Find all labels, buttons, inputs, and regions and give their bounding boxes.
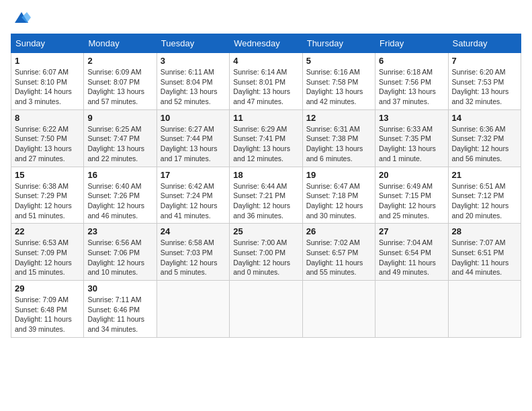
day-info: Sunrise: 7:09 AM Sunset: 6:48 PM Dayligh… xyxy=(15,295,80,334)
sunset-label: Sunset: 7:56 PM xyxy=(379,78,431,86)
sunrise-label: Sunrise: 6:53 AM xyxy=(15,238,69,246)
calendar-cell: 24 Sunrise: 6:58 AM Sunset: 7:03 PM Dayl… xyxy=(157,224,229,281)
calendar-header-row: SundayMondayTuesdayWednesdayThursdayFrid… xyxy=(11,34,521,53)
sunset-label: Sunset: 7:26 PM xyxy=(87,191,140,199)
sunrise-label: Sunrise: 6:09 AM xyxy=(87,68,141,76)
day-number: 10 xyxy=(161,113,226,123)
sunrise-label: Sunrise: 6:49 AM xyxy=(379,182,433,190)
day-info: Sunrise: 7:04 AM Sunset: 6:54 PM Dayligh… xyxy=(379,238,444,277)
daylight-label: Daylight: 12 hours and 30 minutes. xyxy=(306,201,363,220)
header-sunday: Sunday xyxy=(11,34,84,53)
day-info: Sunrise: 6:53 AM Sunset: 7:09 PM Dayligh… xyxy=(15,238,80,277)
day-number: 11 xyxy=(233,113,298,123)
day-number: 2 xyxy=(87,56,152,66)
daylight-label: Daylight: 13 hours and 42 minutes. xyxy=(306,87,363,105)
day-number: 7 xyxy=(452,56,517,66)
calendar-cell: 20 Sunrise: 6:49 AM Sunset: 7:15 PM Dayl… xyxy=(375,167,448,224)
calendar-cell: 18 Sunrise: 6:44 AM Sunset: 7:21 PM Dayl… xyxy=(230,167,302,224)
calendar-cell: 3 Sunrise: 6:11 AM Sunset: 8:04 PM Dayli… xyxy=(157,53,229,110)
sunrise-label: Sunrise: 6:33 AM xyxy=(379,125,433,133)
calendar-cell: 30 Sunrise: 7:11 AM Sunset: 6:46 PM Dayl… xyxy=(84,281,157,338)
day-info: Sunrise: 6:40 AM Sunset: 7:26 PM Dayligh… xyxy=(87,181,152,221)
sunrise-label: Sunrise: 7:04 AM xyxy=(379,238,433,246)
day-number: 15 xyxy=(15,170,80,180)
day-number: 24 xyxy=(161,226,226,236)
daylight-label: Daylight: 12 hours and 46 minutes. xyxy=(87,201,144,220)
daylight-label: Daylight: 12 hours and 5 minutes. xyxy=(161,259,218,277)
sunset-label: Sunset: 7:24 PM xyxy=(161,191,213,199)
daylight-label: Daylight: 13 hours and 6 minutes. xyxy=(306,144,363,163)
sunset-label: Sunset: 7:15 PM xyxy=(379,191,431,199)
header-friday: Friday xyxy=(375,34,448,53)
sunrise-label: Sunrise: 6:07 AM xyxy=(15,68,69,76)
sunrise-label: Sunrise: 6:11 AM xyxy=(161,68,214,76)
sunset-label: Sunset: 7:50 PM xyxy=(15,134,67,142)
sunset-label: Sunset: 7:53 PM xyxy=(452,78,504,86)
day-number: 30 xyxy=(87,283,152,293)
sunrise-label: Sunrise: 6:38 AM xyxy=(15,182,69,190)
daylight-label: Daylight: 12 hours and 41 minutes. xyxy=(161,201,218,220)
sunset-label: Sunset: 7:09 PM xyxy=(15,248,67,257)
daylight-label: Daylight: 12 hours and 0 minutes. xyxy=(233,259,290,277)
calendar-week-4: 22 Sunrise: 6:53 AM Sunset: 7:09 PM Dayl… xyxy=(11,224,521,281)
day-info: Sunrise: 6:49 AM Sunset: 7:15 PM Dayligh… xyxy=(379,181,444,221)
daylight-label: Daylight: 12 hours and 20 minutes. xyxy=(452,201,509,220)
calendar-cell xyxy=(230,281,302,338)
calendar-cell: 25 Sunrise: 7:00 AM Sunset: 7:00 PM Dayl… xyxy=(230,224,302,281)
sunrise-label: Sunrise: 6:18 AM xyxy=(379,68,433,76)
calendar-cell xyxy=(157,281,229,338)
day-number: 14 xyxy=(452,113,517,123)
day-info: Sunrise: 6:44 AM Sunset: 7:21 PM Dayligh… xyxy=(233,181,298,221)
calendar-week-2: 8 Sunrise: 6:22 AM Sunset: 7:50 PM Dayli… xyxy=(11,109,521,167)
day-number: 23 xyxy=(87,226,152,236)
day-info: Sunrise: 6:58 AM Sunset: 7:03 PM Dayligh… xyxy=(161,238,226,277)
day-number: 13 xyxy=(379,113,444,123)
calendar-cell: 27 Sunrise: 7:04 AM Sunset: 6:54 PM Dayl… xyxy=(375,224,448,281)
day-info: Sunrise: 7:07 AM Sunset: 6:51 PM Dayligh… xyxy=(452,238,517,277)
day-number: 9 xyxy=(87,113,152,123)
sunset-label: Sunset: 7:58 PM xyxy=(306,78,359,86)
calendar-cell: 16 Sunrise: 6:40 AM Sunset: 7:26 PM Dayl… xyxy=(84,167,157,224)
sunset-label: Sunset: 6:57 PM xyxy=(306,248,359,257)
day-info: Sunrise: 6:18 AM Sunset: 7:56 PM Dayligh… xyxy=(379,67,444,107)
calendar-cell: 29 Sunrise: 7:09 AM Sunset: 6:48 PM Dayl… xyxy=(11,281,84,338)
day-number: 19 xyxy=(306,170,371,180)
sunrise-label: Sunrise: 6:16 AM xyxy=(306,68,360,76)
daylight-label: Daylight: 14 hours and 3 minutes. xyxy=(15,87,72,105)
day-number: 4 xyxy=(233,56,298,66)
day-number: 3 xyxy=(161,56,226,66)
day-info: Sunrise: 7:00 AM Sunset: 7:00 PM Dayligh… xyxy=(233,238,298,277)
sunrise-label: Sunrise: 6:25 AM xyxy=(87,125,141,133)
sunset-label: Sunset: 7:44 PM xyxy=(161,134,213,142)
day-number: 26 xyxy=(306,226,371,236)
header-monday: Monday xyxy=(84,34,157,53)
daylight-label: Daylight: 13 hours and 32 minutes. xyxy=(452,87,509,105)
day-info: Sunrise: 6:36 AM Sunset: 7:32 PM Dayligh… xyxy=(452,124,517,164)
calendar-cell: 10 Sunrise: 6:27 AM Sunset: 7:44 PM Dayl… xyxy=(157,109,229,167)
calendar-cell xyxy=(448,281,521,338)
sunrise-label: Sunrise: 6:56 AM xyxy=(87,238,141,246)
calendar-cell: 4 Sunrise: 6:14 AM Sunset: 8:01 PM Dayli… xyxy=(230,53,302,110)
header xyxy=(11,11,521,27)
sunrise-label: Sunrise: 7:09 AM xyxy=(15,295,69,304)
sunrise-label: Sunrise: 6:44 AM xyxy=(233,182,287,190)
calendar-cell xyxy=(375,281,448,338)
sunset-label: Sunset: 7:21 PM xyxy=(233,191,285,199)
day-info: Sunrise: 7:02 AM Sunset: 6:57 PM Dayligh… xyxy=(306,238,371,277)
daylight-label: Daylight: 12 hours and 25 minutes. xyxy=(379,201,436,220)
daylight-label: Daylight: 13 hours and 47 minutes. xyxy=(233,87,290,105)
day-info: Sunrise: 6:14 AM Sunset: 8:01 PM Dayligh… xyxy=(233,67,298,107)
sunrise-label: Sunrise: 6:40 AM xyxy=(87,182,141,190)
day-info: Sunrise: 6:27 AM Sunset: 7:44 PM Dayligh… xyxy=(161,124,226,164)
calendar-cell: 13 Sunrise: 6:33 AM Sunset: 7:35 PM Dayl… xyxy=(375,109,448,167)
day-number: 21 xyxy=(452,170,517,180)
calendar-week-1: 1 Sunrise: 6:07 AM Sunset: 8:10 PM Dayli… xyxy=(11,53,521,110)
calendar-cell: 9 Sunrise: 6:25 AM Sunset: 7:47 PM Dayli… xyxy=(84,109,157,167)
sunset-label: Sunset: 7:12 PM xyxy=(452,191,504,199)
logo-icon xyxy=(12,11,31,24)
day-number: 27 xyxy=(379,226,444,236)
sunset-label: Sunset: 8:01 PM xyxy=(233,78,285,86)
daylight-label: Daylight: 12 hours and 10 minutes. xyxy=(87,259,144,277)
day-info: Sunrise: 6:09 AM Sunset: 8:07 PM Dayligh… xyxy=(87,67,152,107)
day-info: Sunrise: 6:25 AM Sunset: 7:47 PM Dayligh… xyxy=(87,124,152,164)
